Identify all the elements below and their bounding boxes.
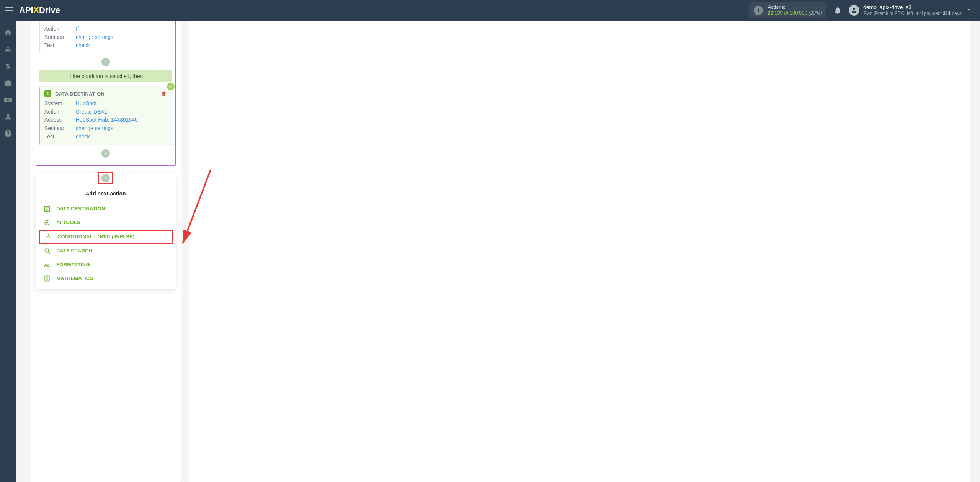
- actions-of: of: [784, 10, 788, 16]
- chevron-down-icon: [966, 7, 972, 14]
- step-number-badge: 1: [44, 90, 51, 97]
- user-icon[interactable]: [4, 112, 12, 121]
- add-next-action-title: Add next action: [36, 191, 176, 197]
- svg-line-7: [48, 252, 50, 254]
- gear-icon: [43, 219, 51, 226]
- dest-access-link[interactable]: HubSpot Hub: 143801645: [76, 116, 138, 124]
- info-icon: i: [754, 6, 763, 15]
- if-row-action: Action If: [44, 25, 167, 33]
- workflow-panel: Action If Settings change settings Test …: [31, 21, 181, 482]
- sidebar: [0, 21, 16, 482]
- help-icon[interactable]: [4, 129, 12, 138]
- annotation-highlight-plus: [98, 172, 113, 184]
- actions-used: 22'139: [768, 10, 782, 16]
- actions-percent: (22%): [808, 10, 822, 16]
- action-type-list: DATA DESTINATION AI TOOLS CONDITIONAL LO…: [36, 202, 176, 285]
- add-next-action-panel: Add next action DATA DESTINATION AI TOOL…: [36, 173, 176, 289]
- svg-point-5: [46, 222, 47, 223]
- user-name: demo_apix-drive_s3: [863, 4, 962, 11]
- logo-text-drive: Drive: [39, 5, 60, 15]
- dest-settings-link[interactable]: change settings: [76, 124, 113, 133]
- sitemap-icon[interactable]: [4, 45, 12, 54]
- search-icon: [43, 247, 51, 255]
- dest-action-link[interactable]: Create DEAL: [76, 108, 107, 116]
- svg-point-4: [45, 220, 49, 225]
- actions-quota-badge[interactable]: i Actions: 22'139 of 100'000 (22%): [749, 2, 826, 18]
- svg-text:Aa: Aa: [44, 262, 50, 267]
- if-row-test: Test check: [44, 41, 167, 50]
- if-block: Action If Settings change settings Test …: [39, 21, 172, 54]
- main-area: Action If Settings change settings Test …: [16, 21, 980, 482]
- logo[interactable]: API X Drive: [19, 5, 60, 16]
- add-step-button-2[interactable]: [101, 149, 110, 158]
- trash-icon[interactable]: [161, 91, 167, 97]
- svg-point-6: [45, 249, 49, 252]
- actions-total: 100'000: [790, 10, 807, 16]
- calculator-icon: [43, 275, 51, 282]
- user-plan: Plan |Premium PRO| left until payment 31…: [863, 11, 962, 16]
- check-icon: [167, 83, 175, 90]
- actions-label: Actions:: [768, 5, 822, 10]
- home-icon[interactable]: [4, 28, 12, 37]
- bell-icon[interactable]: [833, 6, 842, 15]
- logo-text-api: API: [19, 5, 33, 15]
- add-next-action-button[interactable]: [101, 174, 110, 182]
- avatar-icon: [849, 5, 859, 16]
- user-menu[interactable]: demo_apix-drive_s3 Plan |Premium PRO| le…: [849, 4, 975, 16]
- destination-title: DATA DESTINATION: [55, 91, 157, 97]
- action-item-data-destination[interactable]: DATA DESTINATION: [41, 202, 170, 216]
- if-row-settings: Settings change settings: [44, 33, 167, 42]
- hamburger-icon[interactable]: [5, 6, 14, 15]
- add-step-button-1[interactable]: [101, 58, 110, 66]
- conditional-container: Action If Settings change settings Test …: [36, 21, 176, 166]
- if-settings-link[interactable]: change settings: [76, 33, 113, 42]
- condition-satisfied-bar: if the condition is satisfied, then: [39, 70, 172, 82]
- text-icon: Aa: [43, 261, 51, 269]
- content-panel: [189, 21, 970, 482]
- action-item-data-search[interactable]: DATA SEARCH: [41, 244, 170, 258]
- youtube-icon[interactable]: [4, 96, 12, 104]
- action-item-formatting[interactable]: Aa FORMATTING: [41, 258, 170, 272]
- branch-icon: [44, 233, 52, 241]
- top-header: API X Drive i Actions: 22'139 of 100'000…: [0, 0, 980, 21]
- if-test-link[interactable]: check: [76, 41, 90, 50]
- dest-test-link[interactable]: check: [76, 133, 90, 141]
- action-item-mathematics[interactable]: MATHEMATICS: [41, 272, 170, 285]
- dest-system-link[interactable]: HubSpot: [76, 99, 96, 108]
- if-action-link[interactable]: If: [76, 25, 79, 33]
- svg-rect-9: [45, 276, 49, 281]
- destination-block: 1 DATA DESTINATION SystemHubSpot ActionC…: [39, 86, 172, 145]
- logo-text-x: X: [33, 4, 39, 16]
- briefcase-icon[interactable]: [4, 79, 12, 87]
- dollar-icon[interactable]: [4, 62, 12, 70]
- list-icon: [43, 205, 51, 213]
- action-item-conditional-logic[interactable]: CONDITIONAL LOGIC (IF/ELSE): [39, 230, 173, 244]
- action-item-ai-tools[interactable]: AI TOOLS: [41, 216, 170, 230]
